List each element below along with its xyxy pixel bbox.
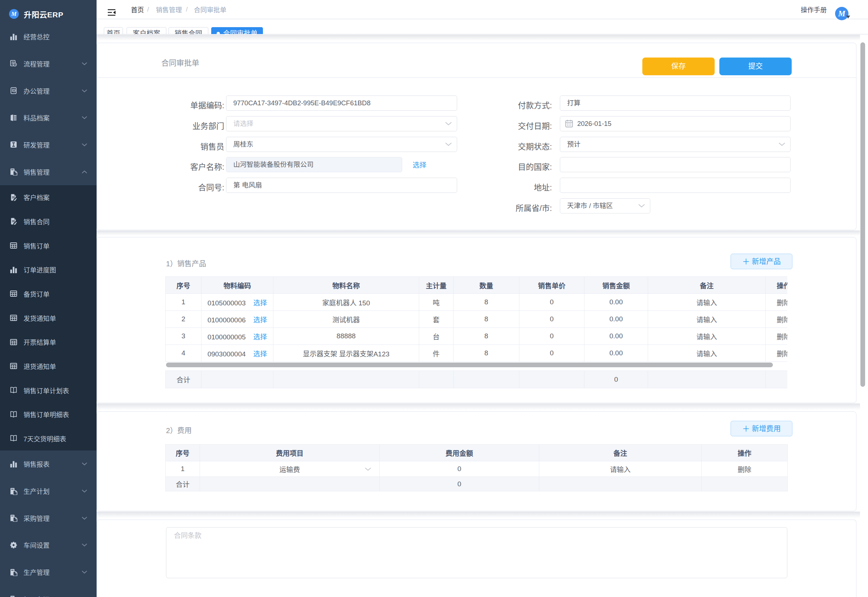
svg-text:M: M: [838, 9, 846, 18]
svg-text:M: M: [11, 10, 17, 17]
